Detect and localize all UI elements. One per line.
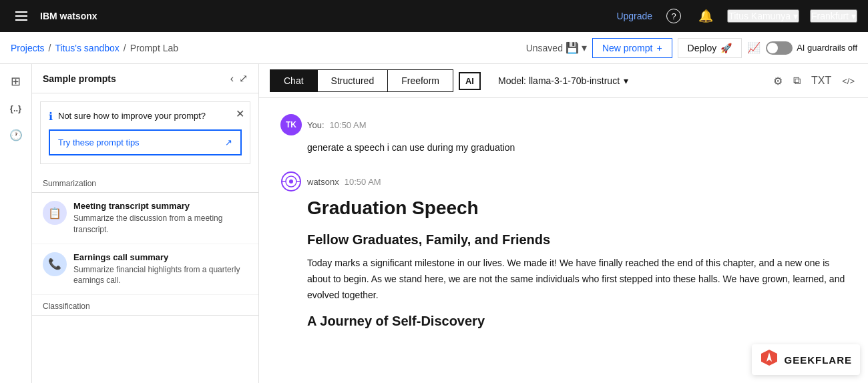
- meeting-transcript-desc: Summarize the discussion from a meeting …: [73, 213, 248, 236]
- chat-area: TK You: 10:50 AM generate a speech i can…: [259, 98, 868, 383]
- breadcrumb-projects-link[interactable]: Projects: [11, 43, 45, 53]
- variables-icon: {..}: [10, 103, 21, 113]
- classification-section-label: Classification: [32, 295, 258, 316]
- deploy-button[interactable]: Deploy 🚀: [678, 38, 742, 58]
- meeting-transcript-title: Meeting transcript summary: [73, 201, 248, 211]
- brand-ibm: IBM watsonx: [40, 11, 97, 21]
- close-tip-button[interactable]: ✕: [236, 107, 244, 120]
- try-tips-label: Try these prompt tips: [58, 137, 140, 147]
- try-prompt-tips-button[interactable]: Try these prompt tips ↗: [49, 129, 242, 155]
- breadcrumb-separator-2: /: [124, 43, 126, 53]
- settings-button[interactable]: ⚙: [771, 72, 785, 90]
- chevron-down-icon: ▾: [793, 11, 798, 21]
- help-button[interactable]: ?: [663, 5, 684, 27]
- tab-freeform[interactable]: Freeform: [388, 70, 453, 91]
- watsonx-avatar: [280, 171, 302, 192]
- meeting-transcript-icon: 📋: [43, 201, 67, 225]
- help-icon: ?: [666, 9, 681, 23]
- prompt-tip-header: ℹ Not sure how to improve your prompt?: [49, 110, 242, 123]
- response-paragraph-1: Today marks a significant milestone in o…: [307, 256, 847, 303]
- code-icon: </>: [842, 76, 855, 86]
- copy-button[interactable]: ⧉: [791, 72, 803, 89]
- breadcrumb: Projects / Titus's sandbox / Prompt Lab: [11, 43, 521, 53]
- model-selector-button[interactable]: Model: llama-3-1-70b-instruct ▾: [491, 71, 635, 90]
- user-name: Titus Kamunya: [728, 11, 791, 21]
- plus-icon: +: [656, 43, 662, 53]
- mini-sidebar: ⊞ {..} 🕐: [0, 64, 32, 383]
- code-view-button[interactable]: </>: [839, 72, 857, 89]
- copy-icon: ⧉: [793, 75, 801, 86]
- earnings-call-text: Earnings call summary Summarize financia…: [73, 252, 248, 287]
- new-prompt-label: New prompt: [602, 43, 652, 53]
- upgrade-link[interactable]: Upgrade: [616, 11, 652, 21]
- region-label: Frankfurt: [811, 11, 849, 21]
- main-layout: ⊞ {..} 🕐 Sample prompts ‹ ⤢ ✕ ℹ Not sure…: [0, 64, 868, 383]
- region-menu-button[interactable]: Frankfurt ▾: [810, 9, 857, 23]
- earnings-call-desc: Summarize financial highlights from a qu…: [73, 264, 248, 287]
- model-label: Model: llama-3-1-70b-instruct: [498, 75, 620, 86]
- list-item[interactable]: 📋 Meeting transcript summary Summarize t…: [32, 193, 258, 244]
- notifications-button[interactable]: 🔔: [695, 5, 716, 27]
- history-button[interactable]: 🕐: [4, 123, 28, 147]
- tab-chat[interactable]: Chat: [270, 70, 317, 91]
- sidebar-header: Sample prompts ‹ ⤢: [32, 64, 258, 93]
- ai-guardrails-toggle-container: AI guardrails off: [766, 41, 857, 55]
- response-heading-1: Graduation Speech: [307, 198, 847, 219]
- expand-sidebar-button[interactable]: ⤢: [239, 72, 248, 85]
- toolbar-right: ⚙ ⧉ TXT </>: [771, 72, 857, 90]
- response-heading-2: Fellow Graduates, Family, and Friends: [307, 232, 847, 248]
- bell-icon: 🔔: [698, 9, 713, 23]
- list-item[interactable]: 📞 Earnings call summary Summarize financ…: [32, 244, 258, 296]
- txt-export-button[interactable]: TXT: [809, 72, 834, 89]
- deploy-label: Deploy: [688, 43, 717, 53]
- ai-message-header: watsonx 10:50 AM: [280, 171, 847, 192]
- ai-sender-label: watsonx: [307, 177, 339, 187]
- user-menu-button[interactable]: Titus Kamunya ▾: [727, 9, 799, 23]
- chart-icon: 📈: [747, 41, 761, 54]
- layout-toggle-button[interactable]: ⊞: [4, 69, 28, 93]
- sub-navigation: Projects / Titus's sandbox / Prompt Lab …: [0, 32, 868, 64]
- txt-label: TXT: [811, 75, 831, 86]
- collapse-sidebar-button[interactable]: ‹: [230, 72, 234, 85]
- ai-message-time: 10:50 AM: [345, 177, 381, 187]
- save-chevron-button[interactable]: ▾: [582, 41, 587, 54]
- transcript-icon: 📋: [48, 207, 61, 220]
- ai-response-area: Graduation Speech Fellow Graduates, Fami…: [307, 198, 847, 329]
- ai-badge: AI: [459, 72, 481, 90]
- user-message: TK You: 10:50 AM generate a speech i can…: [280, 114, 847, 155]
- geekflare-logo-icon: [760, 348, 779, 371]
- breadcrumb-separator-1: /: [49, 43, 51, 53]
- sidebar-content: ✕ ℹ Not sure how to improve your prompt?…: [32, 93, 258, 383]
- breadcrumb-sandbox-link[interactable]: Titus's sandbox: [55, 43, 119, 53]
- chevron-down-icon: ▾: [851, 11, 856, 21]
- hamburger-menu-button[interactable]: [11, 5, 32, 27]
- tab-structured[interactable]: Structured: [318, 70, 388, 91]
- view-tab-group: Chat Structured Freeform: [270, 69, 453, 92]
- earnings-call-icon: 📞: [43, 252, 67, 276]
- geekflare-label: GEEKFLARE: [784, 354, 852, 366]
- unsaved-label: Unsaved: [526, 43, 563, 53]
- hamburger-icon: [15, 11, 27, 21]
- variables-button[interactable]: {..}: [4, 96, 28, 120]
- top-navigation: IBM watsonx Upgrade ? 🔔 Titus Kamunya ▾ …: [0, 0, 868, 32]
- rocket-icon: 🚀: [720, 43, 732, 53]
- external-link-icon: ↗: [225, 137, 232, 147]
- svg-point-2: [289, 179, 293, 183]
- layout-icon: ⊞: [11, 74, 21, 89]
- phone-icon: 📞: [48, 258, 61, 270]
- sample-prompts-sidebar: Sample prompts ‹ ⤢ ✕ ℹ Not sure how to i…: [32, 64, 259, 383]
- user-message-time: 10:50 AM: [330, 120, 367, 130]
- settings-icon: ⚙: [773, 75, 783, 87]
- user-sender-label: You:: [307, 120, 324, 130]
- new-prompt-button[interactable]: New prompt +: [592, 38, 672, 58]
- breadcrumb-current: Prompt Lab: [130, 43, 178, 53]
- save-icon-button[interactable]: 💾: [566, 41, 579, 54]
- prompt-tip-text: Not sure how to improve your prompt?: [58, 110, 206, 122]
- ai-guardrails-toggle[interactable]: [766, 41, 793, 55]
- prompt-tip-card: ✕ ℹ Not sure how to improve your prompt?…: [40, 101, 250, 164]
- meeting-transcript-text: Meeting transcript summary Summarize the…: [73, 201, 248, 236]
- unsaved-status: Unsaved 💾 ▾: [526, 41, 587, 54]
- user-message-text: generate a speech i can use during my gr…: [307, 141, 847, 155]
- analytics-button[interactable]: 📈: [747, 41, 761, 54]
- chevron-down-icon: ▾: [624, 75, 628, 86]
